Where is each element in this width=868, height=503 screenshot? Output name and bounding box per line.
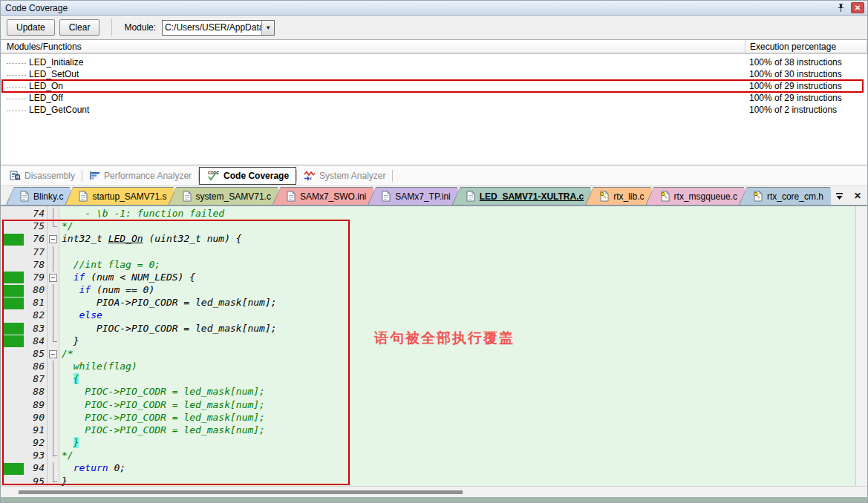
code-line-74[interactable]: 74 - \b -1: function failed [1, 208, 855, 220]
code-line-87[interactable]: 87 { [1, 373, 855, 386]
line-number: 80 [23, 284, 45, 295]
chevron-down-icon[interactable]: ▼ [261, 21, 274, 35]
file-tab-samx7-tp-ini[interactable]: SAMx7_TP.ini [368, 187, 457, 205]
file-tab-startup-samv71-s[interactable]: startup_SAMV71.s [65, 187, 173, 205]
dock-tab-system-analyzer[interactable]: tSystem Analyzer [297, 167, 392, 185]
document-icon [20, 191, 29, 202]
line-number: 93 [23, 450, 45, 461]
document-key-icon [660, 191, 670, 202]
coverage-marker [2, 297, 24, 309]
file-tab-system-samv71-c[interactable]: system_SAMV71.c [169, 187, 278, 205]
clear-button[interactable]: Clear [59, 19, 100, 36]
file-tab-rtx-lib-c[interactable]: rtx_lib.c [585, 187, 650, 205]
system-analyzer-icon: t [304, 171, 316, 181]
code-line-77[interactable]: 77 [1, 246, 855, 259]
file-tab-rtx-core-cm-h[interactable]: rtx_core_cm.h [739, 187, 830, 205]
vertical-scrollbar[interactable] [855, 206, 867, 486]
pin-icon[interactable] [835, 2, 846, 13]
code-line-94[interactable]: 94 return 0; [1, 462, 855, 475]
file-tab-label: startup_SAMV71.s [92, 191, 166, 202]
column-header-execution[interactable]: Execution percentage [745, 40, 867, 53]
code-line-91[interactable]: 91 PIOC->PIO_CODR = led_mask[num]; [1, 424, 855, 437]
coverage-marker [2, 323, 24, 335]
fold-end-mark [53, 220, 57, 227]
table-row-led-initialize[interactable]: LED_Initialize100% of 38 instructions [1, 56, 867, 68]
fold-collapse-icon[interactable]: − [49, 274, 57, 282]
code-line-79[interactable]: 79− if (num < NUM_LEDS) { [1, 272, 855, 284]
document-icon [287, 191, 296, 202]
column-header-modules[interactable]: Modules/Functions [1, 40, 745, 53]
code-text: PIOC->PIO_CODR = led_mask[num]; [62, 323, 277, 334]
code-line-88[interactable]: 88 PIOC->PIO_CODR = led_mask[num]; [1, 386, 855, 398]
dock-tab-code-coverage[interactable]: CODECode Coverage [199, 167, 296, 185]
code-line-81[interactable]: 81 PIOA->PIO_CODR = led_mask[num]; [1, 297, 855, 309]
code-line-78[interactable]: 78 //int flag = 0; [1, 259, 855, 272]
fold-guide-line [53, 208, 53, 220]
fold-guide-line [53, 373, 53, 386]
file-tab-label: rtx_msgqueue.c [674, 191, 737, 202]
file-tab-blinky-c[interactable]: Blinky.c [6, 187, 70, 205]
tree-branch [7, 63, 26, 64]
code-line-75[interactable]: 75*/ [1, 220, 855, 233]
code-text: */ [62, 220, 74, 231]
code-line-80[interactable]: 80 if (num == 0) [1, 284, 855, 297]
file-tab-label: Blinky.c [33, 191, 63, 202]
table-header: Modules/Functions Execution percentage [1, 40, 867, 54]
tree-branch [7, 111, 26, 111]
horizontal-scrollbar-thumb[interactable] [19, 490, 463, 494]
execution-percentage: 100% of 30 instructions [749, 69, 842, 79]
fold-guide-line [53, 323, 53, 335]
update-button[interactable]: Update [7, 19, 55, 36]
tree-branch [7, 99, 26, 99]
dock-tab-performance-analyzer[interactable]: Performance Analyzer [82, 167, 198, 185]
code-line-92[interactable]: 92 } [1, 437, 855, 450]
module-combobox[interactable]: C:/Users/USER/AppData/ ▼ [162, 20, 275, 36]
fold-guide-line [53, 246, 53, 259]
dock-tab-label: Code Coverage [223, 171, 289, 181]
fold-guide-line [53, 412, 53, 424]
coverage-marker [2, 335, 24, 347]
code-text: PIOC->PIO_CODR = led_mask[num]; [62, 386, 265, 397]
code-line-85[interactable]: 85−/* [1, 348, 855, 361]
table-row-led-on[interactable]: LED_On100% of 29 instructions [1, 80, 867, 92]
line-number: 74 [23, 208, 45, 219]
table-row-led-getcount[interactable]: LED_GetCount100% of 2 instructions [1, 104, 867, 116]
tab-list-icon[interactable] [835, 192, 843, 200]
code-line-76[interactable]: 76−int32_t LED_On (uint32_t num) { [1, 233, 855, 246]
code-line-82[interactable]: 82 else [1, 309, 855, 322]
code-line-93[interactable]: 93*/ [1, 450, 855, 462]
file-tab-label: SAMx7_TP.ini [395, 191, 450, 202]
execution-percentage: 100% of 29 instructions [749, 93, 842, 103]
line-number: 91 [23, 424, 45, 435]
fold-guide-line [53, 309, 53, 322]
function-name: LED_On [29, 81, 63, 91]
performance-analyzer-icon [89, 171, 100, 180]
file-tab-samx7-swo-ini[interactable]: SAMx7_SWO.ini [273, 187, 373, 205]
code-line-90[interactable]: 90 PIOC->PIO_CODR = led_mask[num]; [1, 412, 855, 424]
line-number: 82 [23, 309, 45, 320]
dock-tab-disassembly[interactable]: Disassembly [3, 167, 82, 185]
code-text: if (num == 0) [62, 284, 154, 295]
toolbar-separator [111, 19, 112, 36]
fold-collapse-icon[interactable]: − [49, 350, 57, 358]
horizontal-scrollbar[interactable] [1, 486, 867, 497]
window-bottom-edge [1, 497, 867, 502]
file-tab-rtx-msgqueue-c[interactable]: rtx_msgqueue.c [646, 187, 744, 205]
file-tab-bar: Blinky.cstartup_SAMV71.ssystem_SAMV71.cS… [1, 186, 867, 206]
fold-guide-line [53, 424, 53, 437]
table-row-led-setout[interactable]: LED_SetOut100% of 30 instructions [1, 68, 867, 80]
code-line-95[interactable]: 95} [1, 476, 855, 486]
svg-text:CODE: CODE [208, 171, 220, 175]
close-icon[interactable]: ✕ [851, 2, 864, 13]
editor-area: 74 - \b -1: function failed75*/76−int32_… [1, 206, 867, 486]
code-editor[interactable]: 74 - \b -1: function failed75*/76−int32_… [1, 206, 855, 486]
code-line-86[interactable]: 86 while(flag) [1, 361, 855, 373]
line-number: 77 [23, 246, 45, 257]
line-number: 83 [23, 323, 45, 334]
code-line-89[interactable]: 89 PIOC->PIO_CODR = led_mask[num]; [1, 399, 855, 412]
close-icon[interactable]: ✕ [854, 191, 861, 201]
panel-title: Code Coverage [5, 3, 68, 13]
file-tab-led-samv71-xultra-c[interactable]: LED_SAMV71-XULTRA.c [452, 187, 590, 205]
fold-collapse-icon[interactable]: − [49, 235, 57, 243]
table-row-led-off[interactable]: LED_Off100% of 29 instructions [1, 92, 867, 104]
